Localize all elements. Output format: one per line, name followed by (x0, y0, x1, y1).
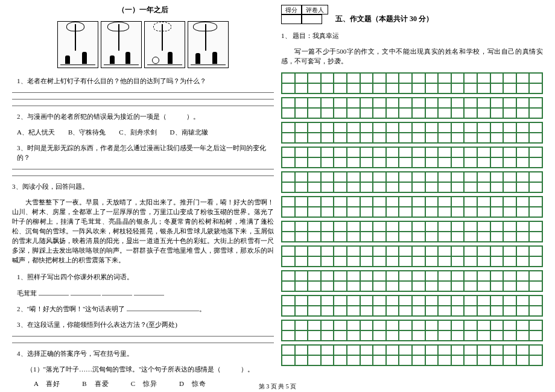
answer-line[interactable] (12, 169, 274, 169)
writing-cell[interactable] (451, 271, 465, 281)
writing-cell[interactable] (477, 182, 490, 192)
writing-cell[interactable] (425, 133, 439, 143)
writing-cell[interactable] (360, 122, 373, 133)
writing-cell[interactable] (334, 355, 347, 365)
writing-cell[interactable] (503, 306, 516, 316)
writing-cell[interactable] (464, 296, 477, 306)
writing-cell[interactable] (451, 197, 465, 207)
writing-cell[interactable] (438, 246, 451, 256)
answer-blank[interactable] (127, 304, 199, 311)
writing-cell[interactable] (451, 207, 465, 217)
writing-cell[interactable] (282, 221, 295, 232)
writing-cell[interactable] (503, 246, 516, 256)
writing-cell[interactable] (490, 147, 504, 157)
writing-cell[interactable] (438, 221, 451, 232)
writing-cell[interactable] (516, 345, 530, 355)
writing-cell[interactable] (308, 232, 321, 242)
writing-cell[interactable] (412, 246, 425, 256)
writing-cell[interactable] (412, 108, 425, 118)
writing-cell[interactable] (451, 73, 465, 83)
writing-cell[interactable] (360, 320, 373, 330)
writing-cell[interactable] (360, 232, 373, 242)
writing-cell[interactable] (529, 83, 542, 93)
writing-cell[interactable] (373, 306, 386, 316)
writing-cell[interactable] (386, 98, 399, 108)
writing-cell[interactable] (347, 98, 360, 108)
writing-cell[interactable] (464, 122, 477, 133)
writing-cell[interactable] (308, 157, 321, 168)
writing-cell[interactable] (516, 232, 530, 242)
writing-cell[interactable] (425, 207, 439, 217)
writing-cell[interactable] (321, 197, 334, 207)
writing-cell[interactable] (477, 221, 490, 232)
writing-cell[interactable] (321, 108, 334, 118)
writing-cell[interactable] (308, 256, 321, 267)
writing-cell[interactable] (334, 83, 347, 93)
writing-cell[interactable] (477, 83, 490, 93)
writing-cell[interactable] (503, 147, 516, 157)
score-cell[interactable] (281, 14, 302, 24)
writing-cell[interactable] (438, 157, 451, 168)
writing-cell[interactable] (373, 345, 386, 355)
writing-cell[interactable] (373, 157, 386, 168)
writing-cell[interactable] (282, 197, 295, 207)
writing-cell[interactable] (347, 182, 360, 192)
writing-cell[interactable] (321, 355, 334, 365)
writing-cell[interactable] (347, 73, 360, 83)
writing-cell[interactable] (334, 256, 347, 267)
writing-cell[interactable] (516, 207, 530, 217)
writing-cell[interactable] (438, 172, 451, 182)
writing-cell[interactable] (438, 122, 451, 133)
writing-cell[interactable] (321, 281, 334, 291)
writing-cell[interactable] (412, 345, 425, 355)
writing-cell[interactable] (477, 246, 490, 256)
writing-cell[interactable] (412, 207, 425, 217)
writing-cell[interactable] (451, 355, 465, 365)
writing-cell[interactable] (503, 256, 516, 267)
writing-cell[interactable] (464, 306, 477, 316)
writing-cell[interactable] (373, 256, 386, 267)
writing-cell[interactable] (308, 197, 321, 207)
writing-cell[interactable] (308, 221, 321, 232)
writing-cell[interactable] (503, 83, 516, 93)
writing-cell[interactable] (464, 133, 477, 143)
writing-cell[interactable] (360, 73, 373, 83)
writing-cell[interactable] (334, 133, 347, 143)
writing-cell[interactable] (399, 345, 412, 355)
word-blank[interactable] (39, 288, 69, 296)
writing-cell[interactable] (360, 147, 373, 157)
writing-cell[interactable] (477, 172, 490, 182)
writing-cell[interactable] (282, 172, 295, 182)
writing-cell[interactable] (373, 221, 386, 232)
writing-cell[interactable] (490, 172, 504, 182)
writing-cell[interactable] (373, 133, 386, 143)
writing-cell[interactable] (438, 330, 451, 341)
writing-grid[interactable] (281, 344, 543, 366)
writing-cell[interactable] (282, 157, 295, 168)
writing-cell[interactable] (295, 345, 308, 355)
writing-cell[interactable] (308, 98, 321, 108)
writing-cell[interactable] (516, 281, 530, 291)
writing-cell[interactable] (425, 172, 439, 182)
writing-cell[interactable] (347, 330, 360, 341)
writing-cell[interactable] (295, 246, 308, 256)
word-blank[interactable] (71, 288, 101, 296)
writing-cell[interactable] (321, 147, 334, 157)
writing-cell[interactable] (360, 133, 373, 143)
writing-cell[interactable] (386, 271, 399, 281)
writing-cell[interactable] (399, 232, 412, 242)
writing-cell[interactable] (295, 157, 308, 168)
writing-cell[interactable] (438, 271, 451, 281)
writing-cell[interactable] (451, 345, 465, 355)
writing-cell[interactable] (438, 232, 451, 242)
writing-cell[interactable] (399, 133, 412, 143)
writing-cell[interactable] (347, 83, 360, 93)
writing-cell[interactable] (425, 271, 439, 281)
writing-cell[interactable] (360, 221, 373, 232)
writing-cell[interactable] (477, 98, 490, 108)
writing-cell[interactable] (373, 147, 386, 157)
answer-line[interactable] (12, 175, 274, 176)
writing-cell[interactable] (529, 73, 542, 83)
writing-cell[interactable] (490, 256, 504, 267)
writing-cell[interactable] (321, 182, 334, 192)
